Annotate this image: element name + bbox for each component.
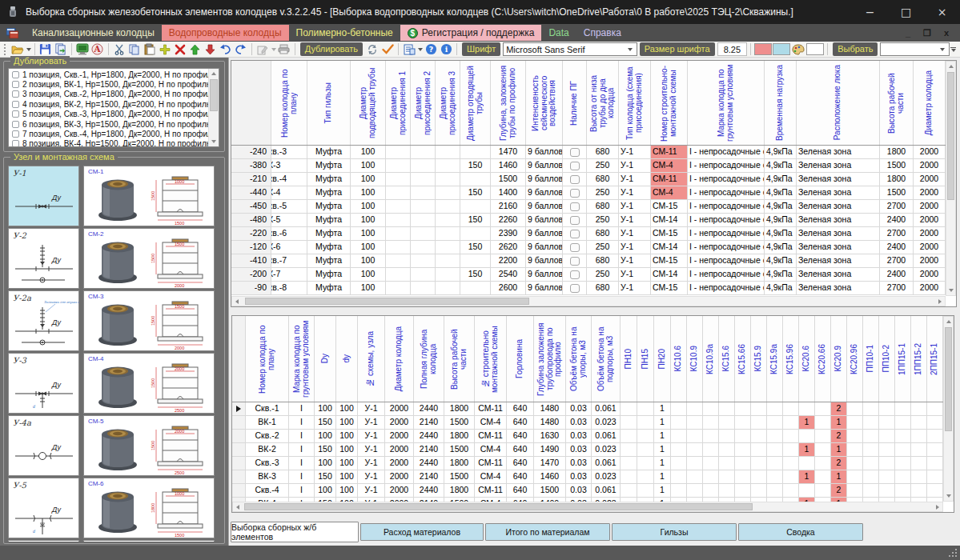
scheme-card-СМ-1[interactable]: СМ-1150015001000 — [83, 166, 215, 226]
grid-cell[interactable]: Скв.-6 — [271, 227, 307, 241]
grid-cell[interactable] — [863, 443, 879, 457]
scheme-card-СМ-4[interactable]: СМ-4150025002000 — [83, 353, 215, 414]
grid-cell[interactable] — [783, 484, 799, 498]
grid-cell[interactable] — [621, 416, 637, 430]
node-card-У-4а[interactable]: У-4аДу — [8, 415, 79, 476]
position-list-item[interactable]: 6 позиция, ВК-3, Нр=1500, Дк=2000, Н по … — [9, 119, 219, 129]
checkbox[interactable] — [12, 71, 19, 78]
grid-cell[interactable] — [687, 416, 703, 430]
grid-cell[interactable] — [927, 430, 943, 443]
grid-cell[interactable]: СМ-4 — [475, 443, 507, 457]
grid-cell[interactable]: 2540 — [491, 268, 526, 282]
grid-cell[interactable]: ВК-5 — [271, 214, 307, 227]
grid-cell[interactable]: 2000 — [914, 186, 946, 200]
column-header[interactable]: ПП10-2 — [879, 316, 895, 402]
grid-cell[interactable]: 4,9кПа — [765, 268, 797, 282]
grid-cell[interactable]: 1490 — [534, 443, 566, 457]
save-button[interactable] — [38, 42, 53, 57]
grid-cell[interactable]: 2000 — [914, 214, 946, 227]
add-row-button[interactable] — [158, 42, 172, 57]
checkbox[interactable] — [570, 189, 580, 198]
grid-cell[interactable]: I - непросадочные сухи... — [688, 268, 765, 282]
close-button[interactable]: × — [924, 0, 960, 24]
grid-cell[interactable]: 0.023 — [592, 470, 621, 484]
grid-cell[interactable]: 2 — [831, 430, 847, 443]
grid-cell[interactable]: 100 — [351, 214, 386, 227]
grid-cell[interactable]: СМ-15 — [651, 254, 688, 268]
grid-cell[interactable] — [436, 254, 460, 268]
grid-cell[interactable] — [735, 470, 751, 484]
grid-cell[interactable]: Муфта — [307, 241, 351, 254]
grid-cell[interactable]: Зеленая зона — [797, 200, 880, 214]
info-button[interactable]: i — [439, 42, 453, 57]
grid-cell[interactable] — [783, 416, 799, 430]
grid-cell[interactable]: ВК-3 — [246, 470, 289, 484]
grid-cell[interactable]: 100 — [336, 457, 358, 470]
grid-cell[interactable]: -120 — [231, 241, 271, 254]
lower-grid-vscrollbar[interactable] — [943, 316, 954, 502]
upper-grid-hscrollbar[interactable] — [231, 296, 946, 306]
grid-cell[interactable] — [411, 268, 436, 282]
grid-cell[interactable]: Муфта — [307, 254, 351, 268]
grid-cell[interactable] — [563, 254, 587, 268]
grid-cell[interactable]: 150 — [460, 186, 491, 200]
grid-cell[interactable]: 2700 — [880, 227, 914, 241]
grid-cell[interactable] — [799, 402, 815, 416]
grid-cell[interactable] — [411, 227, 436, 241]
grid-cell[interactable]: 2400 — [880, 214, 914, 227]
grid-cell[interactable]: 9 баллов — [526, 159, 563, 173]
grid-cell[interactable] — [386, 200, 411, 214]
column-header[interactable] — [231, 61, 271, 145]
grid-cell[interactable]: 2000 — [914, 227, 946, 241]
grid-cell[interactable] — [863, 457, 879, 470]
grid-cell[interactable] — [671, 402, 687, 416]
column-header[interactable]: КС15.9 — [751, 316, 767, 402]
grid-cell[interactable]: ВК-7 — [271, 268, 307, 282]
palette-button[interactable] — [791, 42, 805, 57]
grid-cell[interactable]: 1 — [654, 470, 671, 484]
grid-cell[interactable] — [927, 443, 943, 457]
grid-cell[interactable]: СМ-4 — [651, 159, 688, 173]
edit-dropdown[interactable] — [271, 48, 276, 51]
grid-cell[interactable] — [735, 430, 751, 443]
color-swatch-blue[interactable] — [773, 43, 790, 55]
grid-cell[interactable] — [751, 443, 767, 457]
grid-cell[interactable] — [460, 227, 491, 241]
grid-cell[interactable]: 1500 — [880, 159, 914, 173]
grid-cell[interactable]: Зеленая зона — [797, 146, 880, 159]
grid-cell[interactable] — [386, 282, 411, 295]
grid-cell[interactable] — [460, 282, 491, 295]
grid-cell[interactable] — [386, 241, 411, 254]
column-header[interactable]: КС15.6 — [719, 316, 735, 402]
grid-cell[interactable]: Скв.-2 — [246, 430, 289, 443]
grid-cell[interactable] — [637, 416, 654, 430]
cut-button[interactable] — [112, 42, 127, 57]
grid-cell[interactable] — [863, 470, 879, 484]
grid-cell[interactable]: 0.03 — [566, 470, 592, 484]
position-list-item[interactable]: 7 позиция, Скв.-4, Нр=1800, Дк=2000, Н п… — [9, 129, 219, 138]
grid-cell[interactable]: 1 — [654, 402, 671, 416]
grid-cell[interactable]: ВК-6 — [271, 241, 307, 254]
grid-cell[interactable]: СМ-4 — [651, 186, 688, 200]
grid-cell[interactable] — [436, 186, 460, 200]
grid-cell[interactable] — [703, 470, 719, 484]
grid-cell[interactable] — [703, 443, 719, 457]
grid-cell[interactable]: I — [289, 484, 315, 498]
grid-cell[interactable] — [783, 470, 799, 484]
grid-cell[interactable]: -210 — [231, 173, 271, 186]
grid-cell[interactable] — [895, 416, 911, 430]
grid-cell[interactable]: 640 — [507, 484, 534, 498]
grid-cell[interactable]: 9 баллов — [526, 241, 563, 254]
grid-cell[interactable] — [687, 430, 703, 443]
grid-cell[interactable] — [911, 402, 927, 416]
grid-cell[interactable]: 150 — [460, 159, 491, 173]
grid-cell[interactable]: 0.023 — [592, 443, 621, 457]
tab-gilzy[interactable]: Гильзы — [612, 523, 737, 541]
column-header[interactable]: Высота от низа трубы до дна колодца — [587, 61, 619, 145]
grid-cell[interactable]: 2140 — [414, 416, 444, 430]
grid-cell[interactable]: 0.061 — [592, 484, 621, 498]
grid-cell[interactable] — [783, 402, 799, 416]
grid-cell[interactable] — [436, 173, 460, 186]
column-header[interactable]: 1ПП15-1 — [895, 316, 911, 402]
grid-cell[interactable]: 150 — [460, 241, 491, 254]
